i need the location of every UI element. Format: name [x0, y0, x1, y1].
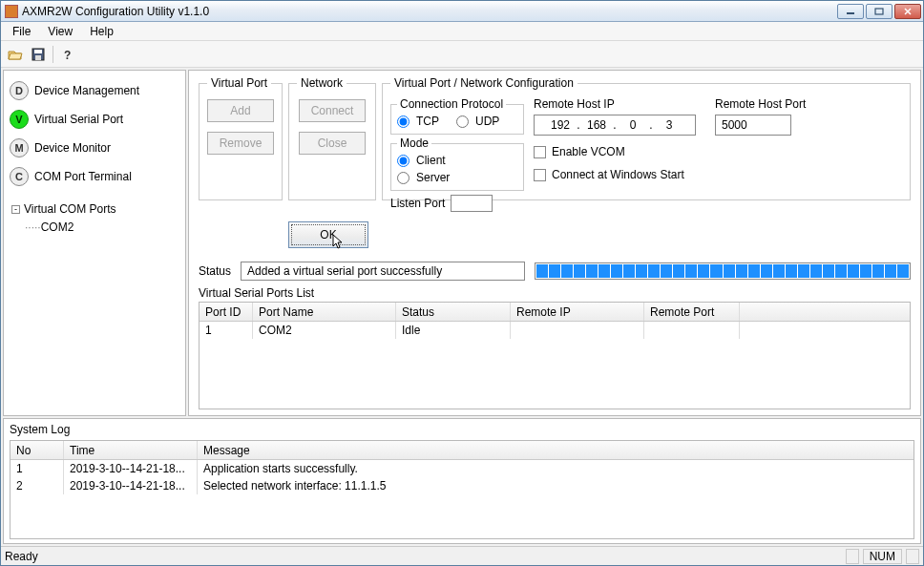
group-network: Network Connect Close — [288, 76, 376, 200]
tree-item-com2[interactable]: ·····COM2 — [11, 219, 181, 237]
menu-file[interactable]: File — [5, 23, 38, 40]
mode-legend: Mode — [397, 136, 431, 150]
maximize-button[interactable] — [866, 4, 892, 19]
vsl-table: Port ID Port Name Status Remote IP Remot… — [199, 302, 911, 409]
col-portname[interactable]: Port Name — [253, 303, 396, 321]
status-text: Added a virtual serial port successfully — [241, 262, 525, 281]
remote-ip-input[interactable]: 192. 168. 0. 3 — [534, 115, 696, 136]
radio-server[interactable]: Server — [397, 169, 517, 186]
tree-collapse-icon[interactable]: - — [11, 205, 20, 214]
remove-button[interactable]: Remove — [207, 132, 274, 155]
system-log-table: No Time Message 1 2019-3-10--14-21-18...… — [10, 440, 914, 539]
nav-label: COM Port Terminal — [34, 170, 132, 183]
status-label: Status — [199, 264, 231, 278]
upper-area: D Device Management V Virtual Serial Por… — [3, 70, 921, 416]
menu-view[interactable]: View — [40, 23, 80, 40]
connect-button[interactable]: Connect — [299, 99, 366, 122]
menu-help[interactable]: Help — [82, 23, 121, 40]
menubar: File View Help — [1, 22, 923, 41]
listen-port-label: Listen Port — [390, 197, 445, 210]
group-network-legend: Network — [297, 76, 346, 90]
group-virtual-port-legend: Virtual Port — [207, 76, 271, 90]
nav-label: Device Management — [34, 84, 139, 97]
log-col-time[interactable]: Time — [64, 441, 198, 459]
col-remote-ip[interactable]: Remote IP — [511, 303, 644, 321]
letter-v-icon: V — [10, 110, 29, 129]
ok-button[interactable]: OK — [288, 221, 368, 248]
vsl-header: Port ID Port Name Status Remote IP Remot… — [200, 303, 910, 322]
nav-device-management[interactable]: D Device Management — [10, 76, 181, 105]
listen-port-input[interactable] — [451, 195, 493, 212]
letter-c-icon: C — [10, 167, 29, 186]
tree-root[interactable]: -Virtual COM Ports — [11, 200, 181, 219]
remote-port-input[interactable]: 5000 — [715, 115, 791, 136]
nav-label: Virtual Serial Port — [34, 113, 123, 126]
save-icon[interactable] — [28, 44, 49, 65]
svg-rect-5 — [34, 50, 42, 53]
statusbar-num: NUM — [863, 549, 902, 564]
checkbox-icon — [534, 146, 546, 158]
nav-list: D Device Management V Virtual Serial Por… — [4, 71, 185, 195]
log-col-no[interactable]: No — [10, 441, 64, 459]
radio-client[interactable]: Client — [397, 152, 517, 169]
statusbar-grip — [906, 549, 919, 564]
add-button[interactable]: Add — [207, 99, 274, 122]
window-title: AXMR2W Configuration Utility v1.1.0 — [22, 5, 837, 18]
table-row[interactable]: 1 COM2 Idle — [200, 322, 910, 339]
svg-rect-6 — [35, 55, 41, 60]
remote-port-label: Remote Host Port — [715, 97, 806, 111]
col-remote-port[interactable]: Remote Port — [644, 303, 740, 321]
sidebar: D Device Management V Virtual Serial Por… — [3, 70, 186, 416]
titlebar: AXMR2W Configuration Utility v1.1.0 — [1, 1, 923, 22]
statusbar: Ready NUM — [1, 546, 923, 565]
content-area: D Device Management V Virtual Serial Por… — [1, 68, 923, 546]
svg-text:?: ? — [64, 49, 71, 61]
checkbox-enable-vcom[interactable]: Enable VCOM — [534, 145, 705, 158]
vsl-label: Virtual Serial Ports List — [199, 286, 911, 300]
system-log-panel: System Log No Time Message 1 2019-3-10--… — [3, 418, 921, 544]
main-panel: Virtual Port Add Remove Network Connect … — [188, 70, 921, 416]
statusbar-cell — [846, 549, 859, 564]
radio-udp[interactable]: UDP — [456, 113, 499, 130]
group-config: Virtual Port / Network Configuration Con… — [382, 76, 911, 200]
tree-branch-icon: ····· — [25, 220, 41, 234]
protocol-legend: Connection Protocol — [397, 97, 506, 111]
group-protocol: Connection Protocol TCP UDP — [390, 97, 524, 135]
svg-rect-0 — [847, 12, 854, 14]
log-col-message[interactable]: Message — [198, 441, 914, 459]
group-virtual-port: Virtual Port Add Remove — [199, 76, 283, 200]
system-log-label: System Log — [10, 423, 914, 436]
svg-rect-1 — [875, 9, 883, 14]
group-mode: Mode Client Server — [390, 136, 524, 191]
log-row[interactable]: 2 2019-3-10--14-21-18... Selected networ… — [10, 477, 914, 494]
close-network-button[interactable]: Close — [299, 132, 366, 155]
toolbar: ? — [1, 41, 923, 68]
progress-bar — [535, 262, 911, 280]
open-icon[interactable] — [5, 44, 26, 65]
statusbar-text: Ready — [5, 550, 842, 563]
radio-tcp[interactable]: TCP — [397, 113, 439, 130]
nav-com-port-terminal[interactable]: C COM Port Terminal — [10, 162, 181, 191]
nav-device-monitor[interactable]: M Device Monitor — [10, 134, 181, 162]
close-button[interactable] — [894, 4, 921, 19]
checkbox-icon — [534, 169, 546, 181]
remote-ip-label: Remote Host IP — [534, 97, 705, 111]
tree-view: -Virtual COM Ports ·····COM2 — [4, 195, 185, 415]
minimize-button[interactable] — [837, 4, 864, 19]
col-status[interactable]: Status — [396, 303, 511, 321]
col-portid[interactable]: Port ID — [200, 303, 253, 321]
letter-d-icon: D — [10, 81, 29, 100]
nav-virtual-serial-port[interactable]: V Virtual Serial Port — [10, 105, 181, 134]
log-row[interactable]: 1 2019-3-10--14-21-18... Application sta… — [10, 460, 914, 477]
letter-m-icon: M — [10, 138, 29, 157]
app-icon — [5, 5, 18, 18]
toolbar-separator — [52, 46, 53, 63]
checkbox-connect-start[interactable]: Connect at Windows Start — [534, 168, 705, 181]
nav-label: Device Monitor — [34, 141, 111, 155]
app-window: AXMR2W Configuration Utility v1.1.0 File… — [0, 0, 924, 566]
log-header: No Time Message — [10, 441, 914, 460]
help-icon[interactable]: ? — [57, 44, 78, 65]
group-config-legend: Virtual Port / Network Configuration — [390, 76, 578, 90]
